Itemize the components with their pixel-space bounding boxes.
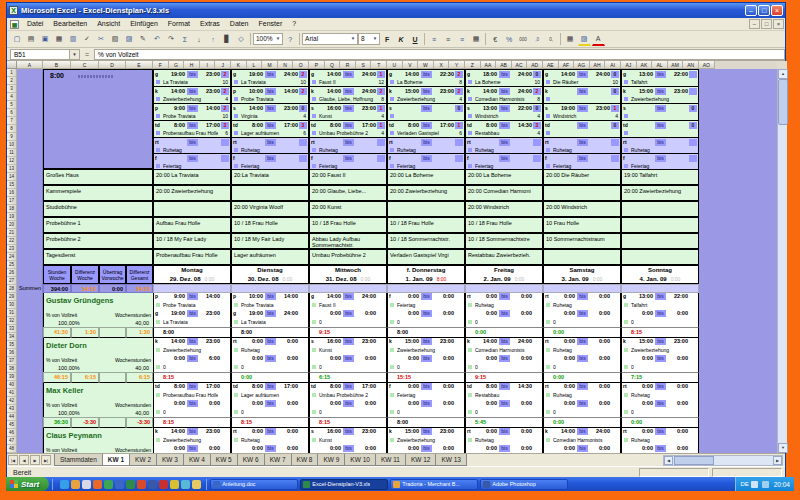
column-header-W[interactable]: W	[418, 61, 434, 69]
row-header-39[interactable]: 39	[7, 373, 17, 381]
employee-day-cell[interactable]: td8:00bis17:00Lager aufräumen0:00bis0:00…	[231, 383, 309, 417]
sheet-tab-kw-12[interactable]: KW 12	[405, 454, 437, 466]
row-header-1[interactable]: 1	[7, 69, 17, 77]
column-header-Z[interactable]: Z	[465, 61, 481, 69]
folder-icon[interactable]	[192, 480, 201, 489]
row-header-42[interactable]: 42	[7, 397, 17, 405]
venue-cell[interactable]: Verladen Gastspiel Virgi	[387, 249, 465, 265]
employee-day-cell[interactable]: rt0:00bis0:00Ruhetag0:00bis0:000	[231, 428, 309, 453]
venue-cell[interactable]	[621, 201, 699, 217]
taskbar-window-button[interactable]: Excel-Dienstplan-V3.xls	[300, 479, 388, 490]
plan-entry[interactable]: s16:00bis23:001Kunst4	[310, 104, 386, 121]
plan-entry[interactable]: td8:00bis17:001Verladen Gastspiel6	[388, 121, 464, 138]
doc-restore-button[interactable]: □	[761, 19, 772, 29]
start-button[interactable]: Start	[6, 477, 49, 491]
venue-cell[interactable]	[543, 249, 621, 265]
employee-day-cell[interactable]: rt0:00bis0:00Ruhetag0:00bis0:000	[621, 428, 699, 453]
row-header-24[interactable]: 24	[7, 253, 17, 261]
column-header-J[interactable]: J	[215, 61, 231, 69]
venue-cell[interactable]: 20:00 Windstrich	[465, 201, 543, 217]
employee-day-cell[interactable]: g14:00bis24:00Faust II0:00bis0:000	[309, 293, 387, 327]
menu-item-bearbeiten[interactable]: Bearbeiten	[48, 18, 92, 30]
column-header-G[interactable]: G	[169, 61, 185, 69]
photoshop-icon[interactable]	[148, 480, 157, 489]
column-header-AA[interactable]: AA	[481, 61, 497, 69]
plan-entry[interactable]: g14:00bis22:302La Boheme8	[388, 70, 464, 87]
row-header-14[interactable]: 14	[7, 173, 17, 181]
row-header-29[interactable]: 29	[7, 293, 17, 301]
venue-cell[interactable]: 10 / 18 My Fair Lady	[231, 233, 309, 249]
show-desktop-icon[interactable]	[82, 480, 91, 489]
plan-entry[interactable]: g19:00bis24:002La Traviata10	[232, 70, 308, 87]
copy-icon[interactable]: ▧	[109, 33, 122, 46]
row-header-13[interactable]: 13	[7, 165, 17, 173]
save-icon[interactable]: ▣	[39, 33, 52, 46]
doc-minimize-button[interactable]: –	[749, 19, 760, 29]
column-header-T[interactable]: T	[371, 61, 387, 69]
venue-cell[interactable]	[387, 201, 465, 217]
chart-wizard-icon[interactable]: ▊	[221, 33, 234, 46]
plan-entry[interactable]: fbisFeiertag	[544, 154, 620, 170]
week-corner-cell[interactable]: 8:00	[43, 69, 153, 169]
plan-entry[interactable]: rtbisRuhetag	[232, 138, 308, 154]
undo-icon[interactable]: ↶	[151, 33, 164, 46]
outlook-icon[interactable]	[71, 480, 80, 489]
column-header-I[interactable]: I	[200, 61, 216, 69]
employee-day-cell[interactable]: rt0:00bis0:00Ruhetag0:00bis0:000	[621, 383, 699, 417]
sort-ascending-icon[interactable]: ↓	[193, 33, 206, 46]
column-header-AM[interactable]: AM	[668, 61, 684, 69]
venue-cell[interactable]: 20:00 Zweierbeziehung	[387, 185, 465, 201]
employee-day-cell[interactable]: rt0:00bis0:00Ruhetag0:00bis0:000	[543, 293, 621, 327]
bold-button[interactable]: F	[381, 33, 394, 46]
row-header-25[interactable]: 25	[7, 261, 17, 269]
language-indicator[interactable]: DE	[740, 481, 748, 487]
plan-entry[interactable]: rtbisRuhetag	[544, 138, 620, 154]
column-header-AE[interactable]: AE	[543, 61, 559, 69]
venue-cell[interactable]: 20:La Traviata	[231, 169, 309, 185]
row-header-11[interactable]: 11	[7, 149, 17, 157]
scroll-up-icon[interactable]: ▲	[778, 69, 788, 79]
print-preview-icon[interactable]: ▥	[67, 33, 80, 46]
employee-day-cell[interactable]: f0:00bis0:00Feiertag0:00bis0:000	[387, 293, 465, 327]
employee-day-cell[interactable]: k14:00bis23:00Zweierbeziehung0:00bis6:00…	[153, 338, 231, 372]
venue-label[interactable]: Probebühne 2	[43, 233, 153, 249]
row-header-35[interactable]: 35	[7, 341, 17, 349]
acrobat-icon[interactable]	[159, 480, 168, 489]
column-header-AG[interactable]: AG	[574, 61, 590, 69]
column-header-P[interactable]: P	[309, 61, 325, 69]
align-left-icon[interactable]: ≡	[428, 33, 441, 46]
column-header-N[interactable]: N	[278, 61, 294, 69]
plan-entry[interactable]: p9:00bis14:002Probe Traviata10	[154, 104, 230, 121]
tab-scroll-last-icon[interactable]: ▶|	[41, 455, 51, 465]
autosum-icon[interactable]: Σ	[179, 33, 192, 46]
venue-cell[interactable]: 10 / 18 Frau Holle	[387, 217, 465, 233]
plan-entry[interactable]: kbis0	[544, 87, 620, 104]
row-header-10[interactable]: 10	[7, 141, 17, 149]
venue-cell[interactable]	[543, 185, 621, 201]
taskbar-window-button[interactable]: Anleitung.doc	[210, 479, 298, 490]
drawing-icon[interactable]: ◇	[235, 33, 248, 46]
row-header-20[interactable]: 20	[7, 221, 17, 229]
vertical-scrollbar[interactable]: ▲ ▼	[777, 69, 787, 453]
venue-cell[interactable]: Restabbau Zweierbezieh.	[465, 249, 543, 265]
employee-day-cell[interactable]: td8:00bis17:00Umbau Probebühne 20:00bis0…	[309, 383, 387, 417]
venue-label[interactable]: Studiobühne	[43, 201, 153, 217]
employee-day-cell[interactable]: rt0:00bis0:00Ruhetag0:00bis0:000	[465, 428, 543, 453]
employee-day-cell[interactable]: rt0:00bis0:00Ruhetag0:00bis0:000	[543, 338, 621, 372]
venue-cell[interactable]: 20:00 Windstrich	[543, 201, 621, 217]
plan-entry[interactable]: td8:00bis14:303Restabbau4	[466, 121, 542, 138]
plan-entry[interactable]: td8:00bis17:003Lager aufräumen6	[232, 121, 308, 138]
row-header-41[interactable]: 41	[7, 389, 17, 397]
row-header-15[interactable]: 15	[7, 181, 17, 189]
plan-entry[interactable]: s13:00bis22:000Windstrich4	[466, 104, 542, 121]
name-box[interactable]: B51	[10, 49, 70, 60]
formula-input[interactable]: % von Vollzeit	[94, 49, 785, 60]
employee-day-cell[interactable]: p10:00bis14:00Probe Traviatag19:00bis24:…	[231, 293, 309, 327]
sheet-tab-kw-5[interactable]: KW 5	[210, 454, 238, 466]
row-header-22[interactable]: 22	[7, 237, 17, 245]
employee-day-cell[interactable]: rt0:00bis0:00Ruhetag0:00bis0:000	[465, 293, 543, 327]
venue-cell[interactable]: 20:00 Faust II	[309, 169, 387, 185]
row-header-38[interactable]: 38	[7, 365, 17, 373]
venue-cell[interactable]: 20:00 Glaube, Liebe...	[309, 185, 387, 201]
row-header-32[interactable]: 32	[7, 317, 17, 325]
